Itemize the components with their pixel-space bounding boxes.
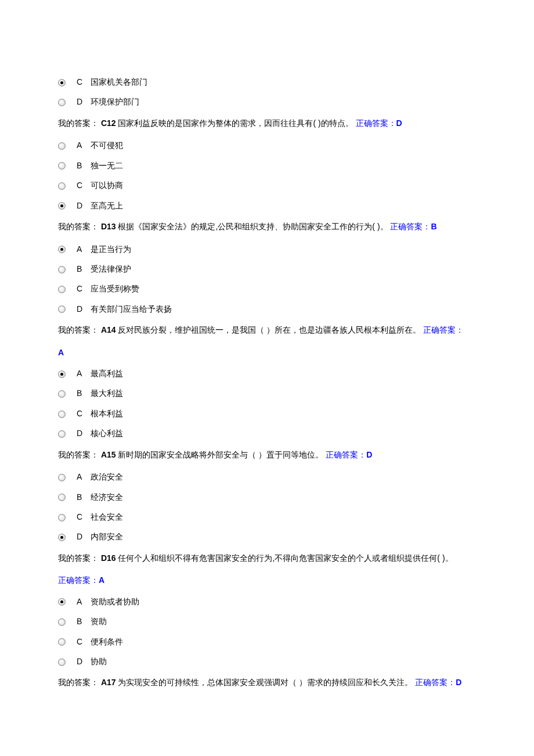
option-letter: C xyxy=(77,282,87,295)
q14-correct-standalone: A xyxy=(58,346,476,359)
option-row[interactable]: A 不可侵犯 xyxy=(58,139,476,152)
option-text: 国家机关各部门 xyxy=(91,75,147,88)
radio-wrap xyxy=(58,98,77,106)
q11-options-tail: C 国家机关各部门 D 环境保护部门 xyxy=(58,75,476,109)
option-row[interactable]: C 社会安全 xyxy=(58,510,476,523)
my-answer-label: 我的答案： xyxy=(58,325,99,334)
radio-icon[interactable] xyxy=(58,182,66,190)
radio-icon[interactable] xyxy=(58,430,66,438)
option-letter: A xyxy=(77,470,87,483)
radio-icon[interactable] xyxy=(58,474,66,481)
radio-icon[interactable] xyxy=(58,598,66,606)
option-text: 社会安全 xyxy=(91,510,123,523)
option-row[interactable]: A 最高利益 xyxy=(58,367,476,380)
option-letter: A xyxy=(77,243,87,255)
option-row[interactable]: B 最大利益 xyxy=(58,387,476,399)
option-row[interactable]: D 核心利益 xyxy=(58,427,476,440)
correct-answer-value: D xyxy=(366,450,372,459)
option-row[interactable]: D 至高无上 xyxy=(58,199,476,212)
radio-icon[interactable] xyxy=(58,370,66,378)
option-row[interactable]: C 应当受到称赞 xyxy=(58,282,476,295)
my-answer-label: 我的答案： xyxy=(58,450,99,459)
radio-icon[interactable] xyxy=(58,638,66,646)
correct-answer-value: A xyxy=(58,348,64,357)
option-row[interactable]: D 环境保护部门 xyxy=(58,95,476,108)
option-letter: C xyxy=(77,407,87,420)
radio-icon[interactable] xyxy=(58,390,66,398)
correct-answer-label: 正确答案： xyxy=(423,325,464,334)
option-row[interactable]: B 独一无二 xyxy=(58,159,476,172)
option-letter: D xyxy=(77,303,87,315)
option-row[interactable]: A 资助或者协助 xyxy=(58,595,476,608)
option-text: 资助或者协助 xyxy=(91,595,139,608)
option-text: 协助 xyxy=(91,655,107,668)
option-letter: D xyxy=(77,199,87,212)
radio-icon[interactable] xyxy=(58,514,66,521)
radio-icon[interactable] xyxy=(58,286,66,293)
question-text: 新时期的国家安全战略将外部安全与（ ）置于同等地位。 xyxy=(116,450,324,459)
q17-header: 我的答案： A17 为实现安全的可持续性，总体国家安全观强调对（ ）需求的持续回… xyxy=(58,675,476,690)
my-answer-value: A xyxy=(101,325,107,334)
question-text: 根据《国家安全法》的规定,公民和组织支持、协助国家安全工作的行为( )。 xyxy=(116,222,388,231)
my-answer-label: 我的答案： xyxy=(58,678,99,687)
option-letter: B xyxy=(77,159,87,172)
radio-icon[interactable] xyxy=(58,618,66,626)
option-row[interactable]: D 协助 xyxy=(58,655,476,668)
option-row[interactable]: C 国家机关各部门 xyxy=(58,75,476,88)
question-number: 17 xyxy=(107,678,116,687)
radio-icon[interactable] xyxy=(58,266,66,273)
option-letter: D xyxy=(77,655,87,668)
radio-icon[interactable] xyxy=(58,658,66,666)
radio-icon[interactable] xyxy=(58,142,66,150)
option-row[interactable]: D 有关部门应当给予表扬 xyxy=(58,303,476,315)
option-text: 可以协商 xyxy=(91,179,123,192)
radio-icon[interactable] xyxy=(58,246,66,253)
correct-answer-label: 正确答案： xyxy=(326,450,366,459)
q13-options: A 是正当行为 B 受法律保护 C 应当受到称赞 D 有关部门应当给予表扬 xyxy=(58,243,476,316)
option-letter: C xyxy=(77,510,87,523)
question-text: 为实现安全的可持续性，总体国家安全观强调对（ ）需求的持续回应和长久关注。 xyxy=(116,678,413,687)
option-row[interactable]: B 受法律保护 xyxy=(58,262,476,275)
option-row[interactable]: C 便利条件 xyxy=(58,635,476,648)
option-letter: B xyxy=(77,262,87,275)
question-number: 12 xyxy=(107,118,116,128)
question-number: 16 xyxy=(107,553,116,563)
radio-icon[interactable] xyxy=(58,494,66,501)
radio-icon[interactable] xyxy=(58,79,66,87)
option-letter: C xyxy=(77,635,87,648)
option-letter: D xyxy=(77,530,87,543)
option-row[interactable]: C 根本利益 xyxy=(58,407,476,420)
correct-answer-value: D xyxy=(456,678,461,687)
radio-icon[interactable] xyxy=(58,202,66,210)
q16-options: A 资助或者协助 B 资助 C 便利条件 D 协助 xyxy=(58,595,476,668)
option-text: 受法律保护 xyxy=(91,262,131,275)
q14-header: 我的答案： A14 反对民族分裂，维护祖国统一，是我国（ ）所在，也是边疆各族人… xyxy=(58,322,476,338)
q12-options: A 不可侵犯 B 独一无二 C 可以协商 D 至高无上 xyxy=(58,139,476,212)
radio-icon[interactable] xyxy=(58,411,66,418)
option-letter: A xyxy=(77,367,87,380)
option-row[interactable]: B 资助 xyxy=(58,615,476,628)
option-row[interactable]: D 内部安全 xyxy=(58,530,476,543)
q13-header: 我的答案： D13 根据《国家安全法》的规定,公民和组织支持、协助国家安全工作的… xyxy=(58,219,476,235)
option-letter: B xyxy=(77,387,87,399)
q12-header: 我的答案： C12 国家利益反映的是国家作为整体的需求，因而往往具有( )的特点… xyxy=(58,116,476,131)
radio-icon[interactable] xyxy=(58,162,66,170)
correct-answer-value: B xyxy=(431,222,436,231)
radio-icon[interactable] xyxy=(58,99,66,106)
radio-wrap xyxy=(58,78,77,87)
option-letter: C xyxy=(77,179,87,192)
my-answer-label: 我的答案： xyxy=(58,222,99,231)
radio-icon[interactable] xyxy=(58,305,66,313)
option-text: 经济安全 xyxy=(91,491,123,503)
question-number: 15 xyxy=(107,450,116,459)
option-text: 至高无上 xyxy=(91,199,123,212)
option-row[interactable]: C 可以协商 xyxy=(58,179,476,192)
option-text: 内部安全 xyxy=(91,530,123,543)
option-text: 是正当行为 xyxy=(91,243,131,255)
option-row[interactable]: B 经济安全 xyxy=(58,491,476,503)
option-row[interactable]: A 是正当行为 xyxy=(58,243,476,255)
my-answer-label: 我的答案： xyxy=(58,118,99,128)
radio-icon[interactable] xyxy=(58,534,66,541)
question-number: 13 xyxy=(107,222,116,231)
option-row[interactable]: A 政治安全 xyxy=(58,470,476,483)
